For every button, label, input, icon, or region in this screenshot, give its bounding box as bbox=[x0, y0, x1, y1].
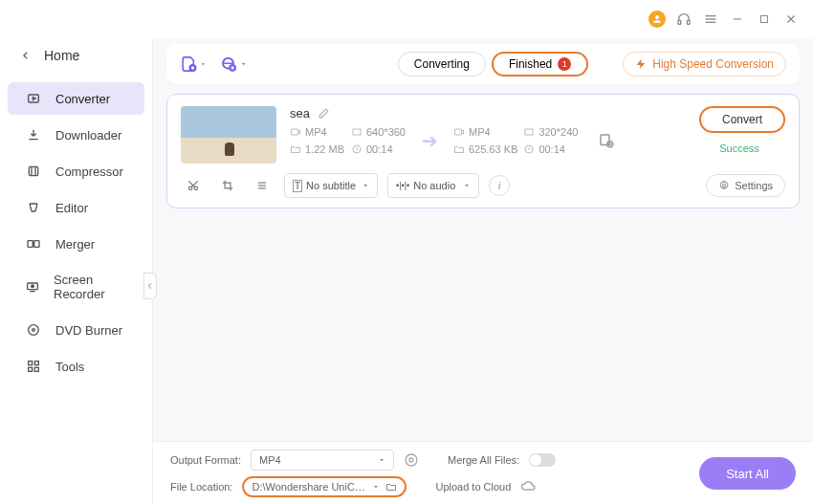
tools-icon bbox=[25, 359, 42, 374]
sidebar-item-label: Screen Recorder bbox=[54, 273, 127, 301]
arrow-right-icon: ➔ bbox=[422, 129, 438, 152]
maximize-button[interactable] bbox=[756, 11, 773, 28]
add-file-button[interactable] bbox=[180, 51, 207, 77]
upload-label: Upload to Cloud bbox=[435, 481, 511, 493]
sidebar-item-tools[interactable]: Tools bbox=[8, 350, 144, 383]
svg-rect-16 bbox=[34, 241, 39, 248]
output-format-select[interactable]: MP4 bbox=[251, 449, 394, 471]
svg-rect-38 bbox=[353, 129, 361, 135]
sidebar-item-label: Compressor bbox=[55, 164, 123, 179]
minimize-button[interactable] bbox=[729, 11, 746, 28]
tab-finished[interactable]: Finished 1 bbox=[492, 52, 588, 77]
converter-icon bbox=[25, 91, 42, 106]
dvd-icon bbox=[25, 322, 42, 338]
svg-point-21 bbox=[33, 329, 35, 332]
high-speed-button[interactable]: High Speed Conversion bbox=[623, 52, 786, 77]
sidebar-item-label: Editor bbox=[55, 201, 88, 215]
svg-rect-42 bbox=[525, 129, 533, 135]
dst-size: 625.63 KB bbox=[469, 143, 517, 155]
chevron-down-icon bbox=[372, 483, 380, 491]
svg-point-20 bbox=[29, 325, 39, 336]
clock-icon bbox=[351, 143, 363, 155]
tab-label: Converting bbox=[414, 57, 470, 71]
editor-icon bbox=[25, 200, 42, 215]
svg-marker-37 bbox=[298, 130, 300, 134]
svg-marker-54 bbox=[465, 185, 469, 186]
src-format: MP4 bbox=[305, 126, 327, 138]
svg-point-58 bbox=[406, 454, 417, 466]
video-thumbnail[interactable] bbox=[181, 106, 276, 164]
sidebar-item-label: Downloader bbox=[55, 128, 121, 142]
sidebar-item-label: Converter bbox=[55, 92, 110, 106]
cloud-icon[interactable] bbox=[520, 478, 538, 495]
svg-marker-56 bbox=[380, 459, 384, 461]
svg-point-55 bbox=[723, 185, 726, 187]
home-button[interactable]: Home bbox=[0, 38, 152, 82]
merge-toggle[interactable] bbox=[529, 453, 556, 467]
sidebar-item-editor[interactable]: Editor bbox=[8, 191, 144, 224]
svg-rect-24 bbox=[29, 367, 33, 371]
bolt-icon bbox=[635, 58, 647, 70]
footer: Output Format: MP4 Merge All Files: File… bbox=[153, 441, 813, 504]
gear-icon[interactable] bbox=[404, 452, 419, 468]
svg-rect-36 bbox=[292, 129, 298, 135]
svg-marker-53 bbox=[363, 185, 367, 186]
sidebar: Home Converter Downloader Compressor Edi… bbox=[0, 38, 153, 504]
menu-icon[interactable] bbox=[702, 11, 719, 28]
sidebar-item-dvd[interactable]: DVD Burner bbox=[8, 314, 144, 346]
user-avatar[interactable] bbox=[648, 11, 666, 28]
audio-select[interactable]: •|•|•No audio bbox=[387, 173, 479, 198]
tab-converting[interactable]: Converting bbox=[398, 52, 486, 77]
svg-point-57 bbox=[409, 458, 413, 462]
svg-rect-23 bbox=[34, 362, 38, 365]
subtitle-select[interactable]: TNo subtitle bbox=[284, 173, 378, 198]
info-button[interactable]: i bbox=[489, 175, 510, 196]
svg-rect-22 bbox=[29, 362, 33, 365]
chevron-down-icon bbox=[378, 456, 385, 464]
svg-marker-41 bbox=[462, 130, 464, 134]
dst-dur: 00:14 bbox=[538, 143, 565, 155]
downloader-icon bbox=[25, 127, 42, 142]
sidebar-item-recorder[interactable]: Screen Recorder bbox=[8, 264, 144, 310]
headphones-icon[interactable] bbox=[675, 11, 692, 28]
titlebar bbox=[0, 0, 813, 38]
resolution-icon bbox=[351, 126, 363, 138]
status-label: Success bbox=[719, 142, 759, 154]
svg-rect-25 bbox=[34, 367, 38, 371]
svg-rect-1 bbox=[678, 20, 681, 24]
file-card: sea MP4 1.22 MB 640*360 00:14 bbox=[166, 94, 800, 208]
clock-icon bbox=[523, 143, 535, 155]
start-all-button[interactable]: Start All bbox=[699, 457, 796, 490]
merger-icon bbox=[25, 236, 42, 252]
sidebar-item-downloader[interactable]: Downloader bbox=[8, 119, 144, 151]
toolbar: Converting Finished 1 High Speed Convers… bbox=[166, 44, 800, 84]
convert-button[interactable]: Convert bbox=[699, 106, 785, 133]
tab-label: Finished bbox=[509, 57, 552, 71]
svg-marker-11 bbox=[33, 98, 35, 100]
sidebar-item-label: Tools bbox=[55, 360, 84, 374]
svg-marker-35 bbox=[637, 59, 646, 69]
home-label: Home bbox=[44, 48, 79, 63]
settings-button[interactable]: Settings bbox=[706, 174, 785, 197]
edit-icon[interactable] bbox=[318, 107, 330, 120]
sidebar-item-compressor[interactable]: Compressor bbox=[8, 155, 144, 187]
effects-button[interactable] bbox=[250, 173, 275, 198]
merge-label: Merge All Files: bbox=[448, 454, 519, 466]
folder-icon bbox=[385, 481, 397, 493]
output-settings-icon[interactable] bbox=[598, 132, 615, 149]
add-url-button[interactable] bbox=[220, 51, 247, 77]
sidebar-collapse-button[interactable] bbox=[143, 273, 157, 299]
sidebar-item-label: DVD Burner bbox=[55, 323, 122, 338]
trim-button[interactable] bbox=[181, 173, 206, 198]
svg-rect-15 bbox=[28, 241, 33, 248]
sidebar-item-merger[interactable]: Merger bbox=[8, 228, 144, 260]
svg-rect-7 bbox=[761, 16, 768, 23]
file-location-select[interactable]: D:\Wondershare UniConverter 1 bbox=[242, 476, 406, 497]
sidebar-item-label: Merger bbox=[55, 237, 95, 252]
resolution-icon bbox=[523, 126, 535, 138]
high-speed-label: High Speed Conversion bbox=[652, 57, 774, 71]
close-button[interactable] bbox=[782, 11, 800, 28]
dst-res: 320*240 bbox=[538, 126, 578, 138]
sidebar-item-converter[interactable]: Converter bbox=[8, 82, 144, 115]
crop-button[interactable] bbox=[215, 173, 240, 198]
